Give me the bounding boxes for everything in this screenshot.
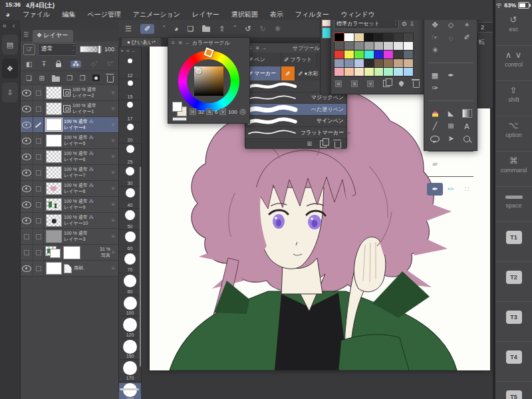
color-swatch[interactable] xyxy=(374,50,384,59)
blend-thumbnail-button[interactable]: ❏ˇ xyxy=(23,44,35,55)
subtool-group-tab[interactable]: ✐ xyxy=(281,66,295,80)
eye-icon[interactable] xyxy=(22,217,31,224)
brush-size-item[interactable]: 60 xyxy=(119,231,141,252)
blend-mode-select[interactable]: 通常ˆˇ xyxy=(38,43,76,56)
processing-indicator[interactable]: ✺ xyxy=(275,25,281,33)
edge-key-shift[interactable]: ⇧shift xyxy=(495,85,532,116)
brush-size-item[interactable]: 100 xyxy=(119,297,141,317)
menu-item[interactable]: フィルター xyxy=(289,10,335,19)
eye-icon[interactable] xyxy=(22,265,31,272)
layer-row[interactable]: 用紙≡ xyxy=(21,261,119,277)
edge-key-control[interactable]: ∧ ∨control xyxy=(495,50,532,81)
workspace-menu-button[interactable]: ☰ xyxy=(125,25,132,33)
color-swatch[interactable] xyxy=(393,33,404,42)
edge-key-T3[interactable]: T3 xyxy=(495,311,532,342)
color-swatch[interactable] xyxy=(374,33,384,42)
calligraphy-tool[interactable]: ✑ xyxy=(427,82,443,94)
undo-button[interactable]: ↺ xyxy=(245,25,251,33)
color-swatch[interactable] xyxy=(354,33,364,42)
edge-key-T1[interactable]: T1 xyxy=(495,231,532,262)
edge-key-option[interactable]: ⌥option xyxy=(495,120,532,152)
stream-line-tool[interactable]: ➤ xyxy=(443,132,459,145)
view-position-tool[interactable]: ⌖ xyxy=(459,19,475,31)
color-mode-toggle-icon[interactable]: ◎ xyxy=(239,107,246,116)
zoom-tool[interactable] xyxy=(459,132,475,145)
text-tool[interactable]: A xyxy=(459,120,475,132)
save-chevron[interactable]: ˇ xyxy=(234,25,237,33)
color-swatch[interactable] xyxy=(344,67,354,76)
eye-icon[interactable] xyxy=(22,90,31,96)
color-swatch[interactable] xyxy=(374,41,384,51)
add-color-icon[interactable] xyxy=(398,80,405,87)
color-swatch[interactable] xyxy=(344,33,354,42)
delete-layer-icon[interactable] xyxy=(107,76,114,82)
sort-s-button[interactable]: S xyxy=(351,80,358,87)
menu-item[interactable]: 表示 xyxy=(264,10,289,19)
brush-size-item[interactable]: 40 xyxy=(119,188,141,209)
canvas-tab[interactable]: ● ひいあい* xyxy=(122,38,161,47)
opacity-value[interactable]: 100ˆˇ xyxy=(104,45,116,53)
color-swatch[interactable] xyxy=(334,59,344,68)
brush-size-item[interactable]: 150 xyxy=(119,340,141,360)
pen-nib-tool[interactable]: ✒ xyxy=(443,69,459,82)
sv-marker[interactable] xyxy=(196,68,201,74)
clip-studio-menu-logo-icon[interactable]: ◕ xyxy=(5,10,10,19)
layer-dock-button[interactable]: ❖ xyxy=(2,59,18,78)
ruler-snap-icon[interactable]: ◇ˇ xyxy=(91,61,98,67)
layer-row[interactable]: 100 % 通常レイヤー3≡ xyxy=(21,229,119,245)
color-switch-widget[interactable] xyxy=(172,117,187,121)
color-swatch[interactable] xyxy=(393,59,404,68)
layer-mask-icon[interactable] xyxy=(92,74,100,81)
color-swatch[interactable] xyxy=(354,50,364,59)
color-swatch[interactable] xyxy=(364,67,374,76)
color-swatch[interactable] xyxy=(334,33,344,42)
edge-key-T5[interactable]: T5 xyxy=(495,390,532,399)
subtool-group-tab[interactable]: ✐フラット xyxy=(281,53,317,66)
delete-subtool-icon[interactable] xyxy=(334,142,341,148)
subtool-group-tab[interactable]: ✐マーカー xyxy=(245,66,281,80)
menu-item[interactable]: 選択範囲 xyxy=(225,10,264,19)
import-dock-button[interactable]: ⇩ xyxy=(2,82,18,102)
eye-icon[interactable] xyxy=(22,186,31,192)
minimize-icon[interactable]: ‒ xyxy=(186,40,188,46)
transfer-layer-icon[interactable]: ❐ xyxy=(66,74,72,82)
menu-item[interactable]: アニメーション xyxy=(127,10,186,19)
sort-h-button[interactable]: H xyxy=(335,80,342,87)
object-tool[interactable]: ◇ xyxy=(443,19,459,31)
edge-key-T2[interactable]: T2 xyxy=(495,271,532,302)
layer-row[interactable]: 100 % 通常⁂レイヤー7≡ xyxy=(21,165,119,181)
color-swatch[interactable] xyxy=(393,50,404,59)
import-color-set-icon[interactable]: ⇩ xyxy=(410,21,415,27)
eye-icon[interactable] xyxy=(22,170,31,176)
tone-tool[interactable]: ▦ xyxy=(427,69,443,82)
collapse-dock-icon[interactable]: « xyxy=(3,22,7,29)
color-swatch[interactable] xyxy=(393,41,404,51)
reference-layers-icon[interactable]: Ŧ xyxy=(42,61,46,68)
edge-key-command[interactable]: ⌘command xyxy=(495,156,532,187)
layer-row[interactable]: 100 % 通常⁂レイヤー6≡ xyxy=(21,149,119,165)
brush-size-item[interactable]: 25 xyxy=(119,145,141,166)
sort-v-button[interactable]: V xyxy=(367,80,374,87)
layer-row[interactable]: 100 % 通常レイヤー2≡ xyxy=(21,85,119,101)
edge-key-space[interactable]: space xyxy=(495,191,532,222)
close-icon[interactable]: ✕ xyxy=(178,40,183,46)
pen-item[interactable]: サインペン xyxy=(245,116,346,128)
panel-menu-icon[interactable]: ≡ xyxy=(172,40,175,46)
brush-size-item[interactable]: 80 xyxy=(119,275,141,295)
brush-size-item[interactable]: 12 xyxy=(119,59,141,79)
brush-panel-header[interactable]: ≡ ✕ ‒ xyxy=(119,47,141,57)
color-swatch[interactable] xyxy=(364,33,374,42)
eye-icon[interactable] xyxy=(22,201,31,208)
layer-property-dock-button[interactable]: ▤ xyxy=(2,35,18,55)
color-swatch[interactable] xyxy=(403,67,414,76)
layer-row[interactable]: 100 % 通常⁂レイヤー4≡ xyxy=(21,117,119,133)
opacity-slider[interactable] xyxy=(80,46,102,53)
brush-size-item[interactable]: 170 xyxy=(119,361,141,382)
redo-button[interactable]: ↻ xyxy=(259,25,265,33)
color-swatch[interactable] xyxy=(344,50,354,59)
color-swatch[interactable] xyxy=(383,50,394,59)
color-swatch[interactable] xyxy=(383,67,394,76)
clip-at-layer-below-icon[interactable]: ◧ xyxy=(26,61,32,68)
edge-key-esc[interactable]: ↺esc xyxy=(495,15,532,46)
back-chevron-icon[interactable]: ‹ xyxy=(13,22,15,29)
